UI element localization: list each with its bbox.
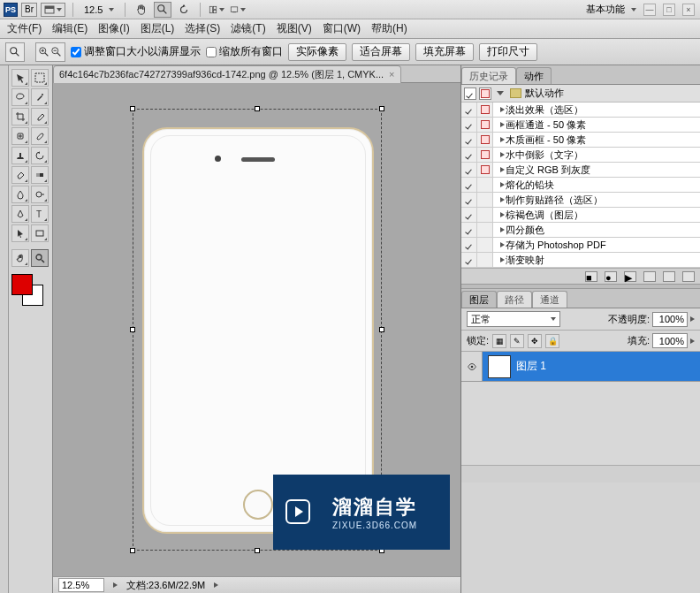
action-expand-icon[interactable] (493, 182, 504, 187)
screen-mode-dropdown[interactable] (229, 2, 247, 18)
dodge-tool[interactable] (31, 186, 49, 203)
lock-all-button[interactable]: 🔒 (545, 334, 559, 348)
action-toggle-check[interactable] (461, 238, 477, 252)
menu-layer[interactable]: 图层(L) (141, 21, 175, 36)
action-dialog-toggle[interactable] (477, 208, 493, 222)
action-expand-icon[interactable] (493, 167, 504, 172)
brush-tool[interactable] (31, 127, 49, 145)
menu-image[interactable]: 图像(I) (98, 21, 129, 36)
play-action-button[interactable]: ▶ (624, 271, 636, 282)
action-expand-icon[interactable] (493, 197, 504, 202)
action-expand-icon[interactable] (493, 107, 504, 112)
action-dialog-toggle[interactable] (477, 148, 493, 162)
action-expand-icon[interactable] (493, 257, 504, 262)
zoom-level-dropdown[interactable]: 12.5 (80, 4, 118, 15)
eraser-tool[interactable] (11, 166, 29, 184)
action-toggle-check[interactable] (461, 193, 477, 207)
layer-name[interactable]: 图层 1 (516, 359, 546, 374)
action-row[interactable]: 棕褐色调（图层） (461, 208, 700, 223)
action-expand-icon[interactable] (493, 122, 504, 127)
magic-wand-tool[interactable] (31, 88, 49, 106)
opacity-slider-icon[interactable] (690, 316, 695, 322)
zoom-tool-icon[interactable] (154, 2, 171, 18)
action-toggle-check[interactable] (461, 148, 477, 162)
clone-stamp-tool[interactable] (11, 147, 29, 164)
layer-row[interactable]: 图层 1 (461, 352, 700, 382)
fill-slider-icon[interactable] (690, 338, 695, 344)
action-toggle-check[interactable] (461, 133, 477, 147)
new-action-button[interactable] (663, 271, 675, 282)
action-dialog-toggle[interactable] (477, 163, 493, 177)
menu-edit[interactable]: 编辑(E) (52, 21, 88, 36)
action-dialog-toggle[interactable] (477, 178, 493, 192)
action-row[interactable]: 四分颜色 (461, 223, 700, 238)
current-tool-preset[interactable] (5, 42, 25, 62)
folder-toggle-check[interactable] (464, 87, 476, 100)
lock-pixels-button[interactable]: ✎ (510, 334, 524, 348)
action-expand-icon[interactable] (493, 137, 504, 142)
action-dialog-toggle[interactable] (477, 193, 493, 207)
action-row[interactable]: 渐变映射 (461, 253, 700, 268)
window-minimize-button[interactable]: — (643, 4, 656, 16)
menu-window[interactable]: 窗口(W) (323, 21, 361, 36)
actual-pixels-button[interactable]: 实际像素 (288, 43, 346, 61)
folder-expand-icon[interactable] (497, 91, 504, 95)
action-row[interactable]: 熔化的铅块 (461, 178, 700, 193)
action-toggle-check[interactable] (461, 118, 477, 132)
window-maximize-button[interactable]: □ (663, 4, 675, 16)
zoom-in-out-buttons[interactable] (35, 42, 65, 62)
lock-transparent-button[interactable]: ▦ (492, 334, 506, 348)
action-dialog-toggle[interactable] (477, 223, 493, 237)
gradient-tool[interactable] (31, 166, 49, 184)
path-selection-tool[interactable] (11, 224, 29, 242)
action-toggle-check[interactable] (461, 163, 477, 177)
action-expand-icon[interactable] (493, 227, 504, 232)
zoom-input[interactable]: 12.5% (58, 578, 104, 592)
mini-bridge-button[interactable] (41, 3, 65, 17)
record-action-button[interactable]: ● (605, 271, 617, 282)
action-toggle-check[interactable] (461, 253, 477, 267)
menu-help[interactable]: 帮助(H) (371, 21, 407, 36)
action-row[interactable]: 木质画框 - 50 像素 (461, 133, 700, 148)
action-toggle-check[interactable] (461, 208, 477, 222)
menu-select[interactable]: 选择(S) (185, 21, 220, 36)
status-expand-icon[interactable] (113, 582, 118, 588)
folder-dialog-toggle[interactable] (479, 87, 491, 100)
layer-visibility-toggle[interactable] (461, 352, 483, 381)
close-tab-icon[interactable]: × (389, 69, 394, 80)
action-toggle-check[interactable] (461, 223, 477, 237)
action-row[interactable]: 水中倒影（文字） (461, 148, 700, 163)
actions-folder-row[interactable]: 默认动作 (461, 85, 700, 103)
menu-file[interactable]: 文件(F) (7, 21, 42, 36)
lasso-tool[interactable] (11, 88, 29, 106)
crop-tool[interactable] (11, 108, 29, 125)
delete-action-button[interactable] (682, 271, 695, 282)
move-tool[interactable] (11, 69, 29, 87)
canvas-viewport[interactable]: 溜溜自学 ZIXUE.3D66.COM (53, 83, 460, 576)
marquee-tool[interactable] (31, 69, 49, 87)
hand-tool[interactable] (11, 249, 29, 267)
type-tool[interactable]: T (31, 205, 49, 223)
action-dialog-toggle[interactable] (477, 238, 493, 252)
arrange-docs-dropdown[interactable] (208, 2, 225, 18)
fit-screen-button[interactable]: 适合屏幕 (352, 43, 410, 61)
action-expand-icon[interactable] (493, 242, 504, 247)
window-close-button[interactable]: × (682, 4, 695, 16)
menu-view[interactable]: 视图(V) (277, 21, 312, 36)
blur-tool[interactable] (11, 186, 29, 203)
foreground-color[interactable] (11, 274, 33, 295)
tab-layers[interactable]: 图层 (461, 291, 497, 308)
lock-position-button[interactable]: ✥ (528, 334, 542, 348)
rotate-view-icon[interactable] (175, 2, 193, 18)
action-row[interactable]: 存储为 Photoshop PDF (461, 238, 700, 253)
tab-paths[interactable]: 路径 (497, 291, 532, 308)
tab-history[interactable]: 历史记录 (461, 67, 516, 84)
fill-screen-button[interactable]: 填充屏幕 (415, 43, 474, 61)
workspace-switcher[interactable]: 基本功能 (586, 3, 636, 16)
pen-tool[interactable] (11, 205, 29, 223)
action-dialog-toggle[interactable] (477, 253, 493, 267)
healing-brush-tool[interactable] (11, 127, 29, 145)
history-brush-tool[interactable] (31, 147, 49, 164)
fill-input[interactable]: 100% (652, 333, 688, 348)
action-toggle-check[interactable] (461, 103, 477, 117)
